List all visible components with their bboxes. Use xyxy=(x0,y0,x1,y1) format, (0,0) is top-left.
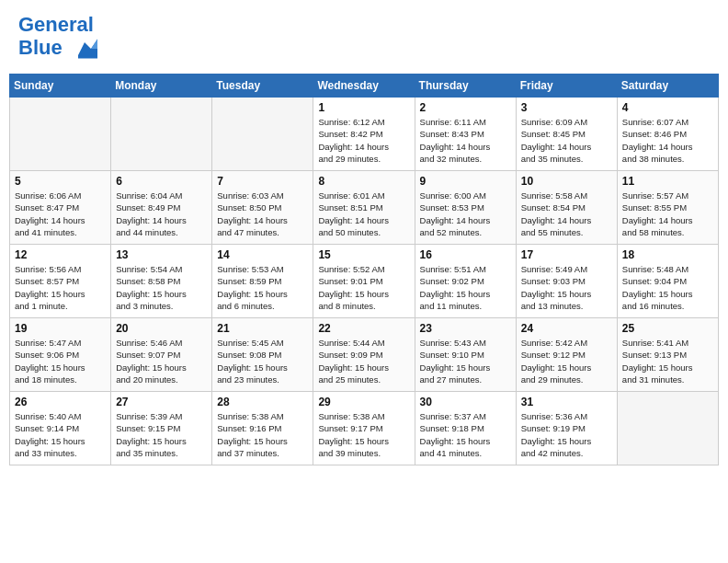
day-info: Sunrise: 5:41 AM Sunset: 9:13 PM Dayligh… xyxy=(622,337,713,385)
calendar-cell: 1Sunrise: 6:12 AM Sunset: 8:42 PM Daylig… xyxy=(313,98,415,171)
day-number: 6 xyxy=(116,175,207,188)
day-info: Sunrise: 5:44 AM Sunset: 9:09 PM Dayligh… xyxy=(318,337,409,385)
day-info: Sunrise: 6:01 AM Sunset: 8:51 PM Dayligh… xyxy=(318,190,409,238)
calendar-cell xyxy=(212,98,313,171)
calendar-table: SundayMondayTuesdayWednesdayThursdayFrid… xyxy=(9,74,719,465)
weekday-header-sunday: Sunday xyxy=(10,75,111,98)
week-row-1: 1Sunrise: 6:12 AM Sunset: 8:42 PM Daylig… xyxy=(10,98,719,171)
day-number: 17 xyxy=(521,248,612,261)
calendar-cell xyxy=(111,98,212,171)
day-info: Sunrise: 5:54 AM Sunset: 8:58 PM Dayligh… xyxy=(116,263,207,312)
day-number: 12 xyxy=(15,248,106,261)
day-number: 23 xyxy=(420,322,511,335)
day-info: Sunrise: 5:52 AM Sunset: 9:01 PM Dayligh… xyxy=(318,263,409,312)
day-number: 9 xyxy=(420,175,511,188)
day-info: Sunrise: 6:03 AM Sunset: 8:50 PM Dayligh… xyxy=(217,190,308,238)
day-info: Sunrise: 5:56 AM Sunset: 8:57 PM Dayligh… xyxy=(15,263,106,312)
calendar-cell: 16Sunrise: 5:51 AM Sunset: 9:02 PM Dayli… xyxy=(415,245,516,318)
calendar-cell: 21Sunrise: 5:45 AM Sunset: 9:08 PM Dayli… xyxy=(212,318,313,392)
day-number: 14 xyxy=(217,248,308,261)
day-info: Sunrise: 5:40 AM Sunset: 9:14 PM Dayligh… xyxy=(15,410,106,459)
day-info: Sunrise: 5:37 AM Sunset: 9:18 PM Dayligh… xyxy=(420,410,511,459)
calendar-cell: 10Sunrise: 5:58 AM Sunset: 8:54 PM Dayli… xyxy=(516,171,617,245)
calendar-cell: 31Sunrise: 5:36 AM Sunset: 9:19 PM Dayli… xyxy=(516,392,617,465)
logo-icon xyxy=(72,36,97,62)
calendar-cell: 24Sunrise: 5:42 AM Sunset: 9:12 PM Dayli… xyxy=(516,318,617,392)
day-number: 2 xyxy=(420,101,511,114)
day-info: Sunrise: 5:36 AM Sunset: 9:19 PM Dayligh… xyxy=(521,410,612,459)
logo: General Blue xyxy=(18,14,97,62)
week-row-3: 12Sunrise: 5:56 AM Sunset: 8:57 PM Dayli… xyxy=(10,245,719,318)
day-info: Sunrise: 5:47 AM Sunset: 9:06 PM Dayligh… xyxy=(15,337,106,385)
weekday-header-monday: Monday xyxy=(111,75,212,98)
page-header: General Blue xyxy=(9,9,719,66)
weekday-header-friday: Friday xyxy=(516,75,617,98)
calendar-cell: 6Sunrise: 6:04 AM Sunset: 8:49 PM Daylig… xyxy=(111,171,212,245)
day-number: 28 xyxy=(217,396,308,408)
day-number: 1 xyxy=(318,101,409,114)
day-info: Sunrise: 5:38 AM Sunset: 9:16 PM Dayligh… xyxy=(217,410,308,459)
day-info: Sunrise: 5:53 AM Sunset: 8:59 PM Dayligh… xyxy=(217,263,308,312)
calendar-cell: 13Sunrise: 5:54 AM Sunset: 8:58 PM Dayli… xyxy=(111,245,212,318)
logo-blue: Blue xyxy=(18,36,63,59)
day-number: 5 xyxy=(15,175,106,188)
weekday-header-thursday: Thursday xyxy=(415,75,516,98)
calendar-cell: 3Sunrise: 6:09 AM Sunset: 8:45 PM Daylig… xyxy=(516,98,617,171)
calendar-cell: 12Sunrise: 5:56 AM Sunset: 8:57 PM Dayli… xyxy=(10,245,111,318)
day-info: Sunrise: 5:49 AM Sunset: 9:03 PM Dayligh… xyxy=(521,263,612,312)
day-info: Sunrise: 5:51 AM Sunset: 9:02 PM Dayligh… xyxy=(420,263,511,312)
day-number: 10 xyxy=(521,175,612,188)
day-info: Sunrise: 6:09 AM Sunset: 8:45 PM Dayligh… xyxy=(521,116,612,165)
day-number: 7 xyxy=(217,175,308,188)
day-info: Sunrise: 6:04 AM Sunset: 8:49 PM Dayligh… xyxy=(116,190,207,238)
day-info: Sunrise: 6:12 AM Sunset: 8:42 PM Dayligh… xyxy=(318,116,409,165)
day-number: 15 xyxy=(318,248,409,261)
weekday-header-saturday: Saturday xyxy=(617,75,718,98)
day-info: Sunrise: 6:11 AM Sunset: 8:43 PM Dayligh… xyxy=(420,116,511,165)
day-number: 25 xyxy=(622,322,713,335)
calendar-cell: 4Sunrise: 6:07 AM Sunset: 8:46 PM Daylig… xyxy=(617,98,718,171)
calendar-cell: 26Sunrise: 5:40 AM Sunset: 9:14 PM Dayli… xyxy=(10,392,111,465)
day-number: 20 xyxy=(116,322,207,335)
day-info: Sunrise: 5:39 AM Sunset: 9:15 PM Dayligh… xyxy=(116,410,207,459)
calendar-cell: 2Sunrise: 6:11 AM Sunset: 8:43 PM Daylig… xyxy=(415,98,516,171)
day-number: 30 xyxy=(420,396,511,408)
week-row-2: 5Sunrise: 6:06 AM Sunset: 8:47 PM Daylig… xyxy=(10,171,719,245)
day-number: 13 xyxy=(116,248,207,261)
day-info: Sunrise: 6:06 AM Sunset: 8:47 PM Dayligh… xyxy=(15,190,106,238)
day-info: Sunrise: 5:58 AM Sunset: 8:54 PM Dayligh… xyxy=(521,190,612,238)
day-number: 16 xyxy=(420,248,511,261)
day-number: 21 xyxy=(217,322,308,335)
calendar-cell: 22Sunrise: 5:44 AM Sunset: 9:09 PM Dayli… xyxy=(313,318,415,392)
weekday-header-tuesday: Tuesday xyxy=(212,75,313,98)
calendar-cell: 19Sunrise: 5:47 AM Sunset: 9:06 PM Dayli… xyxy=(10,318,111,392)
calendar-cell: 8Sunrise: 6:01 AM Sunset: 8:51 PM Daylig… xyxy=(313,171,415,245)
day-number: 4 xyxy=(622,101,713,114)
weekday-header-wednesday: Wednesday xyxy=(313,75,415,98)
day-info: Sunrise: 5:42 AM Sunset: 9:12 PM Dayligh… xyxy=(521,337,612,385)
calendar-cell: 17Sunrise: 5:49 AM Sunset: 9:03 PM Dayli… xyxy=(516,245,617,318)
day-number: 19 xyxy=(15,322,106,335)
calendar-cell: 18Sunrise: 5:48 AM Sunset: 9:04 PM Dayli… xyxy=(617,245,718,318)
logo-general: General xyxy=(18,13,94,36)
calendar-cell: 29Sunrise: 5:38 AM Sunset: 9:17 PM Dayli… xyxy=(313,392,415,465)
calendar-cell: 7Sunrise: 6:03 AM Sunset: 8:50 PM Daylig… xyxy=(212,171,313,245)
calendar-cell: 30Sunrise: 5:37 AM Sunset: 9:18 PM Dayli… xyxy=(415,392,516,465)
calendar-cell: 27Sunrise: 5:39 AM Sunset: 9:15 PM Dayli… xyxy=(111,392,212,465)
day-info: Sunrise: 6:00 AM Sunset: 8:53 PM Dayligh… xyxy=(420,190,511,238)
calendar-cell: 20Sunrise: 5:46 AM Sunset: 9:07 PM Dayli… xyxy=(111,318,212,392)
day-info: Sunrise: 5:45 AM Sunset: 9:08 PM Dayligh… xyxy=(217,337,308,385)
weekday-header-row: SundayMondayTuesdayWednesdayThursdayFrid… xyxy=(10,75,719,98)
svg-marker-1 xyxy=(91,40,97,50)
day-number: 24 xyxy=(521,322,612,335)
day-number: 31 xyxy=(521,396,612,408)
calendar-cell: 23Sunrise: 5:43 AM Sunset: 9:10 PM Dayli… xyxy=(415,318,516,392)
calendar-cell: 9Sunrise: 6:00 AM Sunset: 8:53 PM Daylig… xyxy=(415,171,516,245)
calendar-cell: 15Sunrise: 5:52 AM Sunset: 9:01 PM Dayli… xyxy=(313,245,415,318)
calendar-cell xyxy=(10,98,111,171)
calendar-cell: 25Sunrise: 5:41 AM Sunset: 9:13 PM Dayli… xyxy=(617,318,718,392)
day-info: Sunrise: 5:46 AM Sunset: 9:07 PM Dayligh… xyxy=(116,337,207,385)
day-number: 3 xyxy=(521,101,612,114)
day-number: 26 xyxy=(15,396,106,408)
week-row-4: 19Sunrise: 5:47 AM Sunset: 9:06 PM Dayli… xyxy=(10,318,719,392)
